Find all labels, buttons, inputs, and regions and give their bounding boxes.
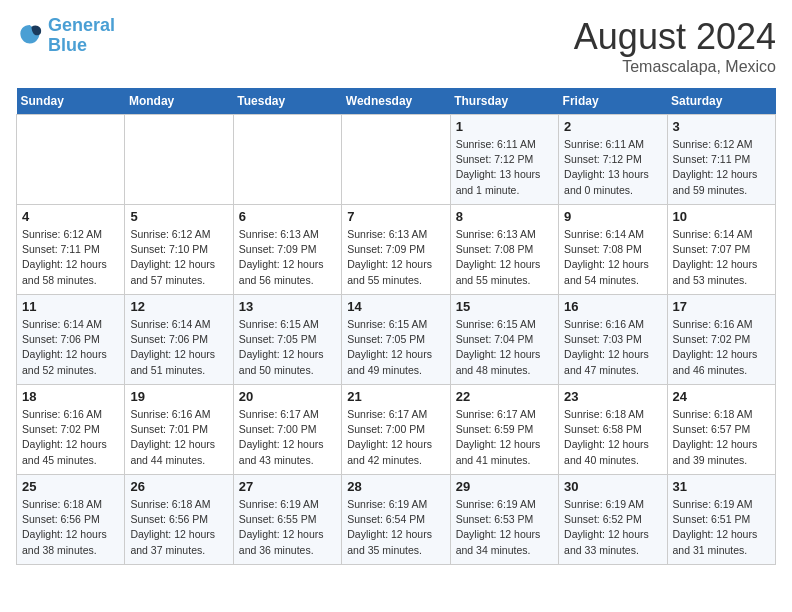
- calendar-cell: [342, 115, 450, 205]
- weekday-header-wednesday: Wednesday: [342, 88, 450, 115]
- calendar-cell: 18Sunrise: 6:16 AM Sunset: 7:02 PM Dayli…: [17, 385, 125, 475]
- weekday-header-row: SundayMondayTuesdayWednesdayThursdayFrid…: [17, 88, 776, 115]
- day-number: 6: [239, 209, 336, 224]
- logo-icon: [16, 22, 44, 50]
- day-number: 13: [239, 299, 336, 314]
- calendar-cell: 16Sunrise: 6:16 AM Sunset: 7:03 PM Dayli…: [559, 295, 667, 385]
- day-number: 11: [22, 299, 119, 314]
- calendar-cell: 20Sunrise: 6:17 AM Sunset: 7:00 PM Dayli…: [233, 385, 341, 475]
- location-subtitle: Temascalapa, Mexico: [574, 58, 776, 76]
- calendar-cell: 14Sunrise: 6:15 AM Sunset: 7:05 PM Dayli…: [342, 295, 450, 385]
- calendar-cell: 23Sunrise: 6:18 AM Sunset: 6:58 PM Dayli…: [559, 385, 667, 475]
- day-info: Sunrise: 6:13 AM Sunset: 7:08 PM Dayligh…: [456, 227, 553, 288]
- day-info: Sunrise: 6:12 AM Sunset: 7:11 PM Dayligh…: [673, 137, 770, 198]
- day-number: 18: [22, 389, 119, 404]
- day-info: Sunrise: 6:12 AM Sunset: 7:11 PM Dayligh…: [22, 227, 119, 288]
- day-info: Sunrise: 6:11 AM Sunset: 7:12 PM Dayligh…: [564, 137, 661, 198]
- calendar-cell: 2Sunrise: 6:11 AM Sunset: 7:12 PM Daylig…: [559, 115, 667, 205]
- day-number: 23: [564, 389, 661, 404]
- day-info: Sunrise: 6:17 AM Sunset: 6:59 PM Dayligh…: [456, 407, 553, 468]
- week-row-3: 11Sunrise: 6:14 AM Sunset: 7:06 PM Dayli…: [17, 295, 776, 385]
- logo: General Blue: [16, 16, 115, 56]
- day-number: 30: [564, 479, 661, 494]
- title-block: August 2024 Temascalapa, Mexico: [574, 16, 776, 76]
- day-info: Sunrise: 6:14 AM Sunset: 7:06 PM Dayligh…: [22, 317, 119, 378]
- calendar-cell: 17Sunrise: 6:16 AM Sunset: 7:02 PM Dayli…: [667, 295, 775, 385]
- calendar-cell: 30Sunrise: 6:19 AM Sunset: 6:52 PM Dayli…: [559, 475, 667, 565]
- day-info: Sunrise: 6:17 AM Sunset: 7:00 PM Dayligh…: [347, 407, 444, 468]
- day-info: Sunrise: 6:16 AM Sunset: 7:01 PM Dayligh…: [130, 407, 227, 468]
- day-number: 1: [456, 119, 553, 134]
- day-info: Sunrise: 6:18 AM Sunset: 6:56 PM Dayligh…: [130, 497, 227, 558]
- day-number: 19: [130, 389, 227, 404]
- week-row-5: 25Sunrise: 6:18 AM Sunset: 6:56 PM Dayli…: [17, 475, 776, 565]
- day-info: Sunrise: 6:16 AM Sunset: 7:02 PM Dayligh…: [22, 407, 119, 468]
- day-number: 21: [347, 389, 444, 404]
- weekday-header-tuesday: Tuesday: [233, 88, 341, 115]
- calendar-cell: 21Sunrise: 6:17 AM Sunset: 7:00 PM Dayli…: [342, 385, 450, 475]
- day-number: 10: [673, 209, 770, 224]
- day-info: Sunrise: 6:15 AM Sunset: 7:05 PM Dayligh…: [239, 317, 336, 378]
- day-number: 12: [130, 299, 227, 314]
- day-info: Sunrise: 6:19 AM Sunset: 6:55 PM Dayligh…: [239, 497, 336, 558]
- day-number: 4: [22, 209, 119, 224]
- weekday-header-saturday: Saturday: [667, 88, 775, 115]
- day-number: 25: [22, 479, 119, 494]
- day-number: 7: [347, 209, 444, 224]
- day-info: Sunrise: 6:16 AM Sunset: 7:02 PM Dayligh…: [673, 317, 770, 378]
- calendar-cell: 1Sunrise: 6:11 AM Sunset: 7:12 PM Daylig…: [450, 115, 558, 205]
- week-row-1: 1Sunrise: 6:11 AM Sunset: 7:12 PM Daylig…: [17, 115, 776, 205]
- day-info: Sunrise: 6:18 AM Sunset: 6:57 PM Dayligh…: [673, 407, 770, 468]
- calendar-cell: [125, 115, 233, 205]
- week-row-4: 18Sunrise: 6:16 AM Sunset: 7:02 PM Dayli…: [17, 385, 776, 475]
- calendar-cell: 25Sunrise: 6:18 AM Sunset: 6:56 PM Dayli…: [17, 475, 125, 565]
- day-info: Sunrise: 6:18 AM Sunset: 6:56 PM Dayligh…: [22, 497, 119, 558]
- page-header: General Blue August 2024 Temascalapa, Me…: [16, 16, 776, 76]
- day-number: 15: [456, 299, 553, 314]
- day-number: 17: [673, 299, 770, 314]
- day-info: Sunrise: 6:14 AM Sunset: 7:06 PM Dayligh…: [130, 317, 227, 378]
- day-info: Sunrise: 6:18 AM Sunset: 6:58 PM Dayligh…: [564, 407, 661, 468]
- day-info: Sunrise: 6:14 AM Sunset: 7:08 PM Dayligh…: [564, 227, 661, 288]
- week-row-2: 4Sunrise: 6:12 AM Sunset: 7:11 PM Daylig…: [17, 205, 776, 295]
- calendar-cell: 15Sunrise: 6:15 AM Sunset: 7:04 PM Dayli…: [450, 295, 558, 385]
- day-info: Sunrise: 6:12 AM Sunset: 7:10 PM Dayligh…: [130, 227, 227, 288]
- calendar-cell: 19Sunrise: 6:16 AM Sunset: 7:01 PM Dayli…: [125, 385, 233, 475]
- calendar-cell: 5Sunrise: 6:12 AM Sunset: 7:10 PM Daylig…: [125, 205, 233, 295]
- day-number: 8: [456, 209, 553, 224]
- calendar-cell: 29Sunrise: 6:19 AM Sunset: 6:53 PM Dayli…: [450, 475, 558, 565]
- day-number: 29: [456, 479, 553, 494]
- weekday-header-thursday: Thursday: [450, 88, 558, 115]
- day-number: 22: [456, 389, 553, 404]
- calendar-cell: [17, 115, 125, 205]
- calendar-cell: 27Sunrise: 6:19 AM Sunset: 6:55 PM Dayli…: [233, 475, 341, 565]
- calendar-cell: 7Sunrise: 6:13 AM Sunset: 7:09 PM Daylig…: [342, 205, 450, 295]
- weekday-header-monday: Monday: [125, 88, 233, 115]
- day-info: Sunrise: 6:16 AM Sunset: 7:03 PM Dayligh…: [564, 317, 661, 378]
- day-number: 28: [347, 479, 444, 494]
- day-number: 2: [564, 119, 661, 134]
- day-info: Sunrise: 6:13 AM Sunset: 7:09 PM Dayligh…: [239, 227, 336, 288]
- calendar-cell: 10Sunrise: 6:14 AM Sunset: 7:07 PM Dayli…: [667, 205, 775, 295]
- calendar-cell: 6Sunrise: 6:13 AM Sunset: 7:09 PM Daylig…: [233, 205, 341, 295]
- logo-text: General Blue: [48, 16, 115, 56]
- calendar-cell: 11Sunrise: 6:14 AM Sunset: 7:06 PM Dayli…: [17, 295, 125, 385]
- day-info: Sunrise: 6:19 AM Sunset: 6:51 PM Dayligh…: [673, 497, 770, 558]
- month-title: August 2024: [574, 16, 776, 58]
- day-info: Sunrise: 6:13 AM Sunset: 7:09 PM Dayligh…: [347, 227, 444, 288]
- calendar-cell: [233, 115, 341, 205]
- day-info: Sunrise: 6:19 AM Sunset: 6:52 PM Dayligh…: [564, 497, 661, 558]
- calendar-cell: 12Sunrise: 6:14 AM Sunset: 7:06 PM Dayli…: [125, 295, 233, 385]
- day-number: 5: [130, 209, 227, 224]
- day-number: 24: [673, 389, 770, 404]
- calendar-cell: 3Sunrise: 6:12 AM Sunset: 7:11 PM Daylig…: [667, 115, 775, 205]
- calendar-cell: 22Sunrise: 6:17 AM Sunset: 6:59 PM Dayli…: [450, 385, 558, 475]
- day-info: Sunrise: 6:19 AM Sunset: 6:54 PM Dayligh…: [347, 497, 444, 558]
- day-number: 27: [239, 479, 336, 494]
- day-number: 20: [239, 389, 336, 404]
- calendar-cell: 24Sunrise: 6:18 AM Sunset: 6:57 PM Dayli…: [667, 385, 775, 475]
- calendar-cell: 26Sunrise: 6:18 AM Sunset: 6:56 PM Dayli…: [125, 475, 233, 565]
- day-number: 9: [564, 209, 661, 224]
- calendar-cell: 31Sunrise: 6:19 AM Sunset: 6:51 PM Dayli…: [667, 475, 775, 565]
- day-number: 31: [673, 479, 770, 494]
